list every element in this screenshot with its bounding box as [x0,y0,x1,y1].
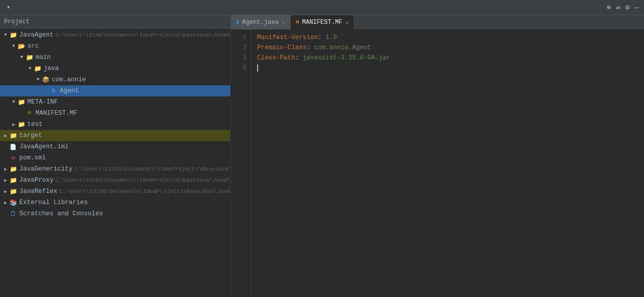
tab-label-agent-java: Agent.java [242,19,279,26]
code-key: Class-Path [257,53,295,63]
tree-arrow-expanded[interactable] [18,55,25,60]
tree-item-manifest[interactable]: MMANIFEST.MF [0,108,230,119]
code-line-3: Class-Path: javassist-3.25.0-GA.jar [257,53,644,63]
tree-item-java[interactable]: 📁java [0,63,230,74]
item-icon-com.annie: 📦 [42,76,50,84]
item-icon-main: 📁 [25,53,33,61]
tree-item-src[interactable]: 📂src [0,41,230,52]
tree-arrow-collapsed[interactable] [2,189,9,194]
code-line-4 [257,63,644,73]
code-area[interactable]: Manifest-Version: 1.0Premain-Class: com.… [251,30,644,297]
code-key: Manifest-Version [257,32,318,43]
tree-arrow-expanded[interactable] [34,77,42,82]
tab-manifest-mf[interactable]: M MANIFEST.MF ✕ [291,15,354,29]
code-value: com.annie.Agent [314,43,372,53]
item-label-target: target [19,132,42,139]
tab-agent-java[interactable]: J Agent.java ✕ [231,15,291,29]
globe-icon[interactable]: ⊕ [606,3,611,12]
code-line-2: Premain-Class: com.annie.Agent [257,43,644,53]
code-plain: : [307,43,314,53]
tab-close-agent-java[interactable]: ✕ [282,19,285,26]
project-tree[interactable]: 📁JavaAgentC:\Users\13100\Documents\IdeaP… [0,28,230,297]
item-label-scratches: Scratches and Consoles [19,210,103,217]
tree-item-javagenericity[interactable]: 📁JavaGenericityC:\Users\13100\Documents\… [0,163,230,175]
editor-content: 1234 Manifest-Version: 1.0Premain-Class:… [231,30,644,297]
project-dropdown[interactable]: ▼ [5,5,10,10]
item-label-test: test [27,121,43,128]
tree-item-external-libraries[interactable]: 📚External Libraries [0,197,230,208]
item-icon-test: 📁 [17,120,25,128]
sidebar-panel: Project 📁JavaAgentC:\Users\13100\Documen… [0,15,231,297]
item-icon-javaagentiml: 📄 [9,143,17,151]
tree-arrow-expanded[interactable] [10,100,17,105]
tree-item-pomxml[interactable]: mpom.xml [0,152,230,163]
item-icon-target: 📁 [9,131,17,140]
tree-item-javaagentiml[interactable]: 📄JavaAgent.iml [0,141,230,152]
tree-arrow-collapsed[interactable] [2,200,9,206]
cursor [257,64,258,72]
item-label-java: java [44,65,59,72]
item-label-javaagentiml: JavaAgent.iml [19,143,69,150]
tab-icon-agent-java: J [236,19,239,25]
tree-item-test[interactable]: 📁test [0,119,230,130]
item-label-agent: Agent [60,87,79,94]
tree-item-javareflex[interactable]: 📁JavaReflexC:\Users\13100\Documents\Idea… [0,186,230,197]
tree-item-scratches[interactable]: 🗒Scratches and Consoles [0,208,230,219]
tree-item-meta-inf[interactable]: 📁META-INF [0,96,230,108]
item-label-javagenericity: JavaGenericity [19,166,73,173]
tree-item-com.annie[interactable]: 📦com.annie [0,74,230,85]
title-bar-left: ▼ [5,5,10,10]
item-icon-manifest: M [25,109,33,117]
code-plain: : [318,32,326,43]
tree-item-javaproxy[interactable]: 📁JavaProxyC:\Users\13100\Documents\IdeaP… [0,175,230,186]
tree-arrow-expanded[interactable] [26,66,33,71]
item-icon-agent: C [50,87,58,95]
item-icon-javareflex: 📁 [9,187,17,195]
tree-arrow-expanded[interactable] [10,44,17,49]
item-path-javaproxy: C:\Users\13100\Documents\IdeaProjects\Ba… [56,177,230,183]
item-label-javaproxy: JavaProxy [19,177,54,184]
item-icon-scratches: 🗒 [9,210,17,218]
tree-arrow-collapsed[interactable] [2,133,9,139]
code-key: Premain-Class [257,43,307,53]
item-label-main: main [35,54,51,61]
tab-label-manifest-mf: MANIFEST.MF [302,19,342,26]
line-numbers: 1234 [231,30,251,297]
project-dropdown-arrow: ▼ [7,5,10,10]
item-icon-javaproxy: 📁 [9,176,17,184]
item-icon-external-libraries: 📚 [9,199,17,207]
tab-icon-manifest-mf: M [296,19,299,25]
tree-item-agent[interactable]: CAgent [0,85,230,96]
minimize-icon[interactable]: — [635,4,639,12]
item-label-javaagent: JavaAgent [19,31,54,39]
item-label-src: src [27,43,39,50]
code-value: 1.0 [326,32,337,43]
line-number-1: 1 [231,32,246,43]
tab-close-manifest-mf[interactable]: ✕ [345,19,349,26]
item-icon-src: 📂 [17,42,25,50]
tree-item-target[interactable]: 📁target [0,130,230,141]
gear-icon[interactable]: ⚙ [625,3,629,12]
item-icon-javaagent: 📁 [9,31,17,39]
main-layout: Project 📁JavaAgentC:\Users\13100\Documen… [0,15,644,297]
code-plain: : [295,53,303,63]
tree-arrow-expanded[interactable] [2,32,9,38]
tree-arrow-collapsed[interactable] [2,178,9,183]
item-label-external-libraries: External Libraries [19,199,88,206]
item-icon-javagenericity: 📁 [9,165,17,173]
item-label-manifest: MANIFEST.MF [35,110,78,117]
tree-arrow-collapsed[interactable] [10,122,17,127]
tree-item-main[interactable]: 📁main [0,52,230,63]
code-line-1: Manifest-Version: 1.0 [257,32,644,43]
line-number-4: 4 [231,63,246,73]
item-path-javareflex: C:\Users\13100\Documents\IdeaProjects\Ba… [59,188,230,194]
tree-arrow-collapsed[interactable] [2,167,9,172]
item-path-javagenericity: C:\Users\13100\Documents\IdeaProjects\Ba… [75,166,230,172]
sidebar-header: Project [0,15,230,28]
tree-item-javaagent[interactable]: 📁JavaAgentC:\Users\13100\Documents\IdeaP… [0,29,230,41]
split-icon[interactable]: ⇌ [616,3,620,12]
item-label-com.annie: com.annie [52,76,86,83]
line-number-2: 2 [231,43,246,53]
sidebar-title: Project [4,18,29,25]
code-value: javassist-3.25.0-GA.jar [303,53,390,63]
